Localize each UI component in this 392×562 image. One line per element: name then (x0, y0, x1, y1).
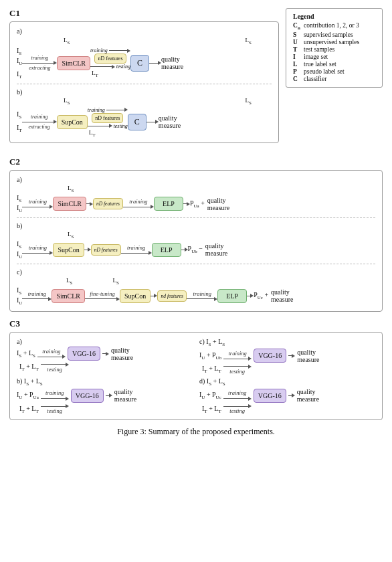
caption-text: Figure 3: Summary of the proposed experi… (117, 427, 275, 436)
c1b-output: qualitymeasure (159, 114, 181, 129)
c2b-output: qualitymeasure (205, 242, 227, 257)
c3c-test-arrow: testing (223, 365, 252, 375)
c3c-train-arrow: training (223, 351, 252, 361)
c1a-output: qualitymeasure (161, 56, 183, 70)
c1a-inputs: IS IU IT (17, 47, 22, 80)
c3d-cell: d) IS + LS IU + PUc training VGG-16 qual… (199, 377, 375, 414)
c2c-simclr-box: SimCLR (52, 289, 85, 303)
c1b-c-box: C (128, 114, 146, 130)
c2b-pub-label: PUb − (188, 245, 203, 254)
c3a-out-arrow (102, 352, 109, 356)
c3c-label: c) IS + LS (199, 338, 375, 347)
c2a-label: a) (17, 176, 375, 183)
legend-u: U unsupervised samples (293, 39, 375, 45)
c1a-label: a) (17, 27, 272, 35)
c3-box: a) IS + LS training VGG-16 qualitymeasur… (9, 332, 383, 421)
c2b-ls-top: LS (17, 231, 375, 240)
legend-cn: Cn contribution 1, 2, or 3 (293, 22, 375, 31)
legend-t: T test samples (293, 46, 375, 53)
c2a-pua-label: PUa + (190, 199, 205, 209)
c1b-diagram: b) LS LS IS IT training (17, 88, 272, 138)
c1b-ls-top2: LS (246, 97, 272, 106)
c1a-train-arrow: training extracting (22, 55, 57, 71)
c2b-out-arrow (181, 248, 188, 252)
c2-div2 (17, 264, 375, 264)
c3b-flow: IU + PUa training VGG-16 qualitymeasure (17, 388, 193, 403)
legend-p: P pseudo label set (293, 68, 375, 75)
c3d-test-arrow: testing (223, 404, 252, 414)
c3d-out-arrow (288, 393, 295, 397)
c2c-output: qualitymeasure (271, 288, 293, 303)
c3d-output: qualitymeasure (297, 388, 319, 403)
c2b-train-arrow: training (22, 245, 53, 255)
c2c-features-box: nd features (157, 290, 187, 302)
legend-box: Legend Cn contribution 1, 2, or 3 S supe… (286, 8, 383, 88)
c2a-out-arrow (183, 202, 190, 206)
c2c-elp-box: ELP (217, 289, 247, 303)
c3d-test-flow: IT + LT testing (199, 404, 375, 414)
c3a-output: qualitymeasure (111, 347, 133, 361)
c2c-diagram: c) LS LS IS IU training SimCLR (17, 268, 375, 306)
c2b-elp-arrow: training (121, 245, 152, 255)
c3c-test-flow: IT + LT testing (199, 365, 375, 375)
c2a-simclr-box: SimCLR (53, 197, 86, 211)
c2b-supcon-box: SupCon (53, 243, 84, 257)
c2a-elp-box: ELP (154, 197, 183, 211)
c3d-train-arrow: training (223, 390, 252, 400)
c1b-ls-top1: LS (64, 97, 70, 106)
c3c-vgg-box: VGG-16 (254, 349, 286, 363)
c2-div1 (17, 217, 375, 218)
c2c-puc-label: PUc + (254, 291, 268, 300)
c3c-flow: IU + PUb training VGG-16 qualitymeasure (199, 349, 375, 363)
c2a-features-box: nD features (93, 198, 123, 209)
c3a-cell: a) IS + LS training VGG-16 qualitymeasur… (17, 338, 193, 375)
legend-i: I image set (293, 54, 375, 60)
c3b-cell: b) IS + LS IU + PUa training VGG-16 qual… (17, 377, 193, 414)
c3-section: C3 a) IS + LS training VGG-16 (9, 318, 383, 421)
c3c-output: qualitymeasure (297, 349, 319, 363)
c3a-test-arrow: testing (41, 363, 69, 373)
c3b-train-arrow: training (41, 390, 69, 400)
c3a-test-flow: IT + LT testing (17, 363, 193, 373)
legend-c: C classifier (293, 76, 375, 82)
c1-box: a) LS LS IS IU IT (9, 21, 279, 143)
c3b-test-flow: IT + LT testing (17, 404, 193, 414)
c2c-elp-arrow: training (187, 291, 217, 301)
c2a-inputs: IS IU (17, 194, 22, 213)
c2a-elp-arrow: training (123, 199, 154, 209)
c1a-diagram: a) LS LS IS IU IT (17, 27, 272, 80)
c3c-cell: c) IS + LS IU + PUb training VGG-16 qual… (199, 338, 375, 375)
c2b-elp-box: ELP (152, 243, 181, 257)
c2c-out-arrow (247, 294, 254, 298)
c1a-c-box: C (130, 55, 149, 72)
c1a-ls-top2: LS (246, 37, 272, 45)
c3d-label: d) IS + LS (199, 377, 375, 387)
c1a-features-box: nD features (94, 54, 126, 64)
c2c-ls-top2: LS (112, 277, 118, 286)
c1b-train-arrow: training extracting (22, 114, 57, 130)
c2b-feat-arrow (84, 248, 91, 252)
figure-caption: Figure 3: Summary of the proposed experi… (9, 427, 383, 437)
c1b-features-box: nD features (92, 113, 123, 123)
c2b-features-box: nD features (91, 244, 121, 256)
c2c-feat-arrow (151, 294, 157, 298)
c3b-vgg-box: VGG-16 (71, 389, 104, 403)
c1b-supcon-box: SupCon (57, 115, 88, 129)
c3-grid: a) IS + LS training VGG-16 qualitymeasur… (17, 338, 375, 415)
c1b-label: b) (17, 88, 272, 96)
legend-title: Legend (293, 13, 375, 20)
c3b-label: b) IS + LS (17, 377, 193, 387)
c1b-out-arrow (146, 120, 159, 124)
c1b-inputs: IS IT (17, 110, 22, 133)
c2c-inputs: IS IU (17, 286, 22, 306)
c2b-diagram: b) LS IS IU training SupCon (17, 222, 375, 260)
c3d-flow: IU + PUc training VGG-16 qualitymeasure (199, 388, 375, 403)
page: C1 a) LS LS IS IU (0, 0, 392, 444)
c1a-simclr-box: SimCLR (57, 56, 90, 70)
c2c-label: c) (17, 268, 375, 276)
c3-label: C3 (9, 318, 383, 329)
c3d-vgg-box: VGG-16 (254, 389, 286, 403)
c3a-flow: IS + LS training VGG-16 qualitymeasure (17, 347, 193, 361)
c3c-out-arrow (288, 354, 295, 358)
c2a-diagram: a) LS IS IU training SimCLR (17, 176, 375, 213)
